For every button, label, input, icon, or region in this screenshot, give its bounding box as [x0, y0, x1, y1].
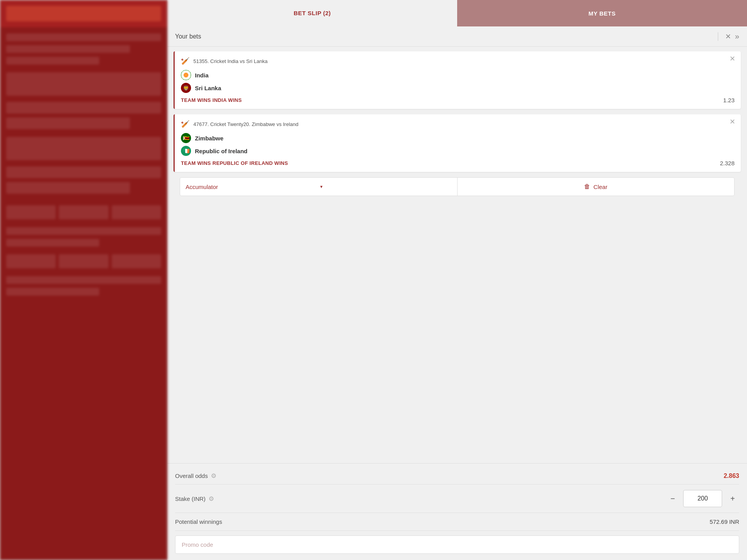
clear-button[interactable]: 🗑 Clear [458, 178, 735, 196]
accumulator-label: Accumulator [186, 184, 317, 190]
gear-icon[interactable]: ⚙ [211, 472, 216, 480]
stake-increase-button[interactable]: + [726, 492, 739, 505]
tab-my-bets[interactable]: MY BETS [457, 0, 747, 26]
bets-list: 🏏 51355. Cricket India vs Sri Lanka ✕ In… [167, 47, 747, 463]
srilanka-flag-icon: 🦁 [181, 83, 191, 93]
stake-gear-icon[interactable]: ⚙ [209, 495, 214, 502]
stake-decrease-button[interactable]: − [666, 492, 679, 505]
india-team-name: India [195, 72, 209, 79]
bet-card-2-header: 🏏 47677. Cricket Twenty20. Zimbabwe vs I… [181, 120, 735, 128]
bet-selection-2: TEAM WINS REPUBLIC OF IRELAND WINS 2.328 [181, 160, 735, 166]
chevron-down-icon: ▾ [320, 184, 452, 189]
overall-odds-value: 2.863 [724, 472, 739, 480]
bet-selection-label-2: TEAM WINS REPUBLIC OF IRELAND WINS [181, 160, 288, 166]
bet-selection-1: TEAM WINS INDIA WINS 1.23 [181, 97, 735, 103]
ireland-team-name: Republic of Ireland [195, 148, 247, 154]
accumulator-row: Accumulator ▾ 🗑 Clear [180, 177, 735, 196]
bet-selection-label-1: TEAM WINS INDIA WINS [181, 97, 242, 103]
bet-slip-panel: BET SLIP (2) MY BETS Your bets ✕︎ » 🏏 51… [167, 0, 747, 560]
bet-team-row-ireland: 🇮🇪 Republic of Ireland [181, 146, 735, 156]
potential-winnings-value: 572.69 INR [710, 518, 739, 525]
your-bets-header: Your bets ✕︎ » [167, 26, 747, 47]
srilanka-team-name: Sri Lanka [195, 85, 221, 91]
bet-match-title-1: 51355. Cricket India vs Sri Lanka [193, 58, 735, 64]
trash-icon: 🗑 [584, 183, 590, 190]
minimize-icon[interactable]: ✕︎ [725, 32, 731, 41]
potential-winnings-row: Potential winnings 572.69 INR [175, 513, 739, 531]
promo-code-input[interactable] [175, 536, 739, 554]
bet-card-1: 🏏 51355. Cricket India vs Sri Lanka ✕ In… [174, 51, 741, 109]
bet-match-title-2: 47677. Cricket Twenty20. Zimbabwe vs Ire… [193, 121, 735, 127]
bet-card-2: 🏏 47677. Cricket Twenty20. Zimbabwe vs I… [174, 114, 741, 172]
stake-row: Stake (INR) ⚙ − + [175, 485, 739, 513]
potential-winnings-label: Potential winnings [175, 518, 222, 525]
bet-close-btn-1[interactable]: ✕ [729, 55, 735, 62]
bet-team-row-srilanka: 🦁 Sri Lanka [181, 83, 735, 93]
cricket-icon-1: 🏏 [181, 57, 189, 65]
overall-odds-label: Overall odds ⚙ [175, 472, 216, 480]
ireland-flag-icon: 🇮🇪 [181, 146, 191, 156]
cricket-icon-2: 🏏 [181, 120, 189, 128]
stake-label-text: Stake (INR) [175, 495, 205, 502]
overall-odds-row: Overall odds ⚙ 2.863 [175, 467, 739, 485]
bet-card-1-header: 🏏 51355. Cricket India vs Sri Lanka [181, 57, 735, 65]
expand-icon[interactable]: » [735, 32, 739, 41]
india-flag-icon [181, 70, 191, 80]
header-icons: ✕︎ » [715, 32, 739, 41]
zimbabwe-flag-icon: 🇿🇼 [181, 133, 191, 143]
header-divider [718, 32, 718, 41]
your-bets-title: Your bets [175, 33, 201, 40]
bet-close-btn-2[interactable]: ✕ [729, 118, 735, 125]
stake-controls: − + [666, 490, 739, 507]
tab-bar: BET SLIP (2) MY BETS [167, 0, 747, 26]
promo-row [175, 536, 739, 554]
clear-label: Clear [593, 184, 607, 190]
zimbabwe-team-name: Zimbabwe [195, 135, 223, 142]
stake-label: Stake (INR) ⚙ [175, 495, 214, 502]
bet-team-row-india: India [181, 70, 735, 80]
overall-odds-text: Overall odds [175, 472, 208, 479]
stake-input[interactable] [683, 490, 722, 507]
bottom-section: Overall odds ⚙ 2.863 Stake (INR) ⚙ − + P… [167, 463, 747, 560]
bet-odds-2: 2.328 [720, 160, 735, 166]
accumulator-select[interactable]: Accumulator ▾ [180, 178, 458, 196]
bet-odds-1: 1.23 [723, 97, 735, 103]
left-background-panel [0, 0, 167, 560]
tab-bet-slip[interactable]: BET SLIP (2) [167, 0, 457, 26]
bet-team-row-zimbabwe: 🇿🇼 Zimbabwe [181, 133, 735, 143]
